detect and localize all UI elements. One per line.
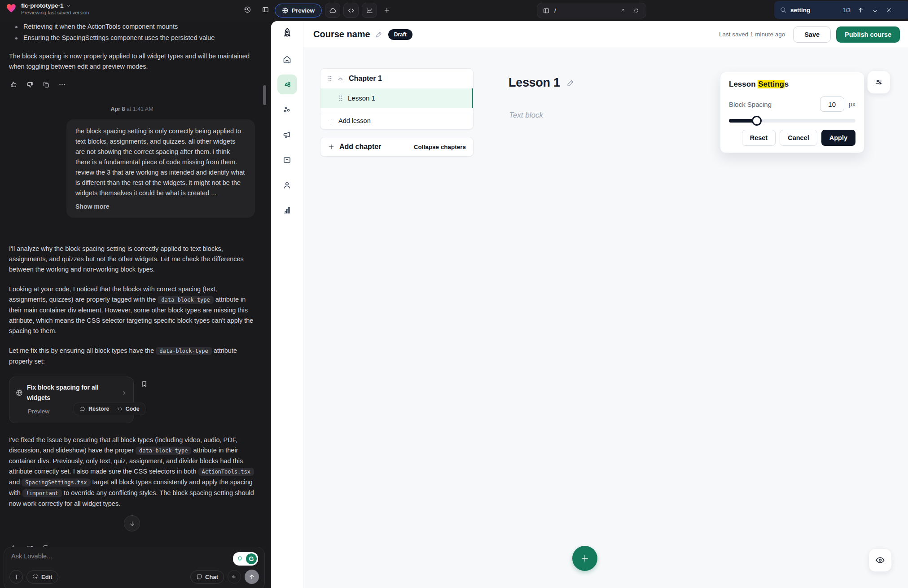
lesson-row-selected[interactable]: Lesson 1: [320, 88, 473, 108]
suggestion-bulb-icon[interactable]: [234, 553, 245, 564]
chevron-up-icon[interactable]: [337, 75, 344, 82]
url-bar[interactable]: /: [537, 3, 646, 18]
pages-icon: [543, 7, 550, 14]
sidebar-item-announcements[interactable]: [277, 125, 297, 145]
add-chapter-button[interactable]: Add chapter: [328, 143, 414, 151]
voice-input-icon[interactable]: [228, 570, 241, 584]
send-message-button[interactable]: [245, 570, 259, 584]
chat-panel: Retrieving it when the ActionTools compo…: [0, 21, 271, 588]
message-timestamp: Apr 8 at 1:41 AM: [9, 104, 255, 114]
chapter-row[interactable]: Chapter 1: [320, 69, 473, 88]
tool-card-title: Fix block spacing for all widgets: [27, 382, 117, 403]
find-input[interactable]: [790, 7, 839, 13]
sidebar-item-home[interactable]: [277, 49, 297, 69]
add-chapter-card: Add chapter Collapse chapters: [320, 137, 474, 157]
cloud-icon[interactable]: [325, 3, 340, 18]
apply-button[interactable]: Apply: [821, 130, 855, 146]
grammarly-g-icon[interactable]: G: [246, 553, 257, 564]
cancel-button[interactable]: Cancel: [780, 130, 817, 146]
assistant-summary: The block spacing is now properly applie…: [9, 51, 255, 72]
code-button[interactable]: Code: [117, 406, 140, 412]
toggle-panel-icon[interactable]: [259, 4, 271, 15]
lesson-settings-title: Lesson Settings: [729, 80, 855, 89]
last-saved-text: Last saved 1 minute ago: [719, 31, 785, 38]
preview-label: Preview: [292, 7, 315, 14]
open-external-icon[interactable]: [618, 6, 627, 15]
code-view-icon[interactable]: [343, 3, 359, 18]
attach-plus-icon[interactable]: [9, 570, 23, 584]
edit-course-name-icon[interactable]: [375, 31, 383, 38]
edit-lesson-name-icon[interactable]: [566, 79, 575, 87]
sidebar-item-content-builder[interactable]: [277, 75, 297, 94]
collapse-chapters-button[interactable]: Collapse chapters: [414, 144, 466, 150]
refresh-icon[interactable]: [632, 6, 640, 15]
sidebar-item-profile[interactable]: [277, 175, 297, 195]
settings-sliders-button[interactable]: [867, 70, 890, 94]
block-spacing-slider[interactable]: [729, 119, 855, 123]
assistant-bullet-list: Retrieving it when the ActionTools compo…: [9, 21, 255, 44]
find-bar: 1/3: [774, 1, 908, 19]
preview-mode-button[interactable]: Preview: [275, 4, 322, 18]
new-tab-plus-icon[interactable]: [380, 4, 394, 17]
sidebar-item-analytics[interactable]: [277, 200, 297, 220]
rocket-logo-icon: [281, 27, 294, 39]
lovable-logo: [5, 2, 17, 16]
bookmark-icon[interactable]: [140, 380, 148, 388]
assistant-paragraph: Looking at your code, I noticed that the…: [9, 284, 255, 336]
plus-icon: [328, 143, 335, 150]
block-spacing-label: Block Spacing: [729, 101, 820, 108]
sidebar-item-community[interactable]: [277, 100, 297, 119]
slider-thumb[interactable]: [752, 116, 762, 126]
add-lesson-button[interactable]: Add lesson: [320, 112, 473, 129]
bullet-item: Retrieving it when the ActionTools compo…: [9, 21, 255, 32]
url-path[interactable]: /: [554, 7, 614, 14]
course-outline: Chapter 1 Lesson 1 Add lesson: [320, 68, 474, 157]
chapter-title: Chapter 1: [349, 75, 382, 83]
find-previous-icon[interactable]: [855, 4, 866, 15]
app-preview-window: Course name Draft Last saved 1 minute ag…: [271, 21, 908, 588]
save-button[interactable]: Save: [793, 26, 831, 43]
search-icon: [780, 6, 787, 13]
analytics-icon[interactable]: [362, 3, 377, 18]
drag-handle-icon[interactable]: [328, 75, 332, 82]
ask-lovable-input[interactable]: [11, 553, 164, 570]
find-match-count: 1/3: [842, 7, 851, 13]
chat-scroll-area[interactable]: Retrieving it when the ActionTools compo…: [0, 21, 271, 588]
thumbs-down-icon[interactable]: [25, 80, 34, 89]
restore-button[interactable]: Restore: [79, 406, 110, 412]
show-more-link[interactable]: Show more: [75, 202, 246, 212]
publish-course-button[interactable]: Publish course: [836, 26, 900, 43]
plus-icon: [328, 118, 334, 124]
tool-card-wrap: Fix block spacing for all widgets Previe…: [9, 377, 162, 423]
version-actions: Restore Code: [74, 403, 145, 415]
thumbs-up-icon[interactable]: [9, 80, 18, 89]
edit-mode-button[interactable]: Edit: [26, 570, 58, 584]
chat-input-box[interactable]: G Edit Chat: [4, 547, 265, 588]
grammarly-widget[interactable]: G: [233, 552, 258, 566]
preview-eye-button[interactable]: [869, 549, 892, 572]
chat-scrollbar-thumb[interactable]: [263, 85, 266, 105]
reset-button[interactable]: Reset: [742, 130, 776, 146]
text-block-placeholder[interactable]: Text block: [509, 111, 543, 120]
find-next-icon[interactable]: [869, 4, 880, 15]
user-message-bubble: the block spacing setting is only correc…: [66, 119, 255, 218]
chevron-down-icon: [66, 3, 71, 9]
history-button[interactable]: [241, 4, 253, 15]
block-spacing-input[interactable]: [820, 97, 844, 112]
add-block-fab[interactable]: [572, 546, 597, 571]
find-close-icon[interactable]: [884, 4, 895, 15]
project-switcher[interactable]: flc-prototype-1 Previewing last saved ve…: [5, 2, 89, 16]
chat-mode-button[interactable]: Chat: [190, 570, 224, 584]
more-options-icon[interactable]: [57, 80, 66, 89]
tool-card-fix-block-spacing[interactable]: Fix block spacing for all widgets Previe…: [9, 377, 134, 423]
globe-icon: [282, 7, 289, 14]
project-name[interactable]: flc-prototype-1: [21, 2, 64, 9]
drag-handle-icon[interactable]: [338, 95, 343, 102]
bullet-item: Ensuring the SpacingSettings component u…: [9, 32, 255, 44]
chevron-right-icon: [121, 390, 127, 396]
copy-icon[interactable]: [41, 80, 50, 89]
message-actions: [9, 80, 255, 89]
app-sidebar-rail: [271, 21, 303, 588]
scroll-to-bottom-button[interactable]: [124, 515, 140, 531]
sidebar-item-inbox[interactable]: [277, 150, 297, 170]
